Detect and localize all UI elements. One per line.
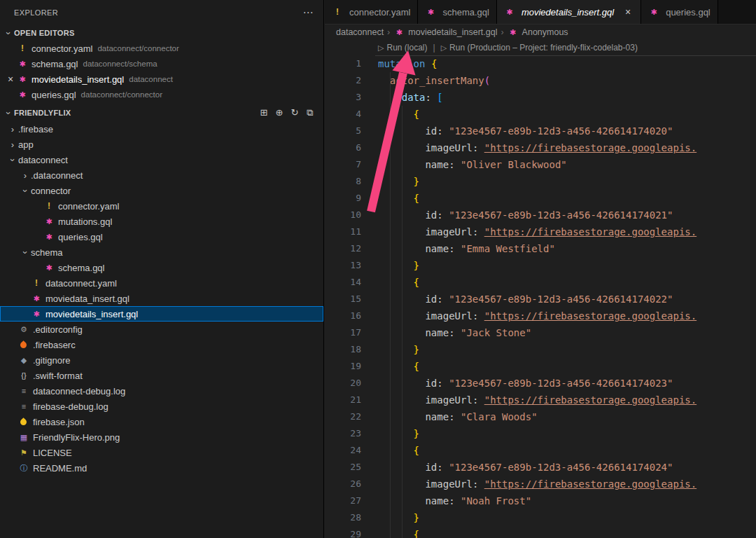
code-token: : [449, 495, 461, 506]
code-line-content: id: "123e4567-e89b-12d3-a456-42661417402… [361, 123, 673, 139]
more-actions-icon[interactable]: ⋯ [303, 6, 314, 19]
tree-item-firebase.json[interactable]: firebase.json [0, 414, 323, 429]
code-line-content: imageUrl: "https://firebasestorage.googl… [361, 392, 696, 408]
tree-item-README.md[interactable]: ⓘREADME.md [0, 460, 323, 476]
code-token: : [472, 394, 484, 406]
tree-item-dataconnect[interactable]: ›dataconnect [0, 152, 323, 167]
code-token: : [472, 142, 484, 153]
breadcrumb-item-dataconnect[interactable]: dataconnect [336, 27, 384, 37]
breadcrumb-item-moviedetails_insert.gql[interactable]: ✱moviedetails_insert.gql [393, 27, 497, 38]
file-name: firebase-debug.log [33, 401, 108, 412]
line-number: 27 [325, 492, 361, 509]
code-editor[interactable]: 1mutation {2 actor_insertMany(3 data: [4… [325, 55, 756, 538]
graphql-icon: ✱ [43, 231, 55, 242]
indent-guide [390, 72, 391, 538]
tree-item-.firebase[interactable]: ›.firebase [0, 121, 323, 137]
code-token: { [414, 529, 419, 538]
tab-queries.gql[interactable]: ✱queries.gql [641, 0, 718, 24]
code-token [378, 428, 414, 439]
tree-item-moviedetails_insert.gql[interactable]: ✱moviedetails_insert.gql [0, 306, 323, 322]
vscode-window: EXPLORER ⋯ › OPEN EDITORS !connector.yam… [0, 0, 756, 538]
tree-item-.firebaserc[interactable]: .firebaserc [0, 337, 323, 352]
tree-item-LICENSE[interactable]: ⚑LICENSE [0, 445, 323, 460]
collapse-folders-icon[interactable]: ⧉ [304, 107, 316, 118]
new-folder-icon[interactable]: ⊕ [273, 107, 286, 118]
code-token: [ [437, 92, 442, 103]
tree-item-moviedata_insert.gql[interactable]: ✱moviedata_insert.gql [0, 291, 323, 306]
file-name: .gitignore [33, 355, 70, 366]
info-icon: ⓘ [18, 462, 29, 474]
line-number: 23 [325, 425, 361, 442]
code-token: "123e4567-e89b-12d3-a456-426614174023" [449, 378, 673, 389]
line-number: 5 [325, 123, 361, 139]
file-tree: ›.firebase›app›dataconnect›.dataconnect›… [0, 121, 323, 476]
tab-moviedetails_insert.gql[interactable]: ✱moviedetails_insert.gql× [497, 0, 641, 24]
tree-item-.editorconfig[interactable]: ⚙.editorconfig [0, 322, 323, 337]
tree-item-mutations.gql[interactable]: ✱mutations.gql [0, 214, 323, 229]
explorer-header: EXPLORER ⋯ [0, 0, 323, 25]
open-editor-item-queries.gql[interactable]: ✱queries.gqldataconnect/connector [0, 87, 323, 102]
close-icon[interactable]: × [622, 6, 634, 18]
line-number: 7 [325, 156, 361, 173]
file-name: firebase.json [33, 417, 85, 427]
file-name: .dataconnect [31, 170, 83, 181]
open-editor-item-schema.gql[interactable]: ✱schema.gqldataconnect/schema [0, 56, 323, 71]
folder-root-header[interactable]: › FRIENDLYFLIX ⊞ ⊕ ↻ ⧉ [0, 105, 323, 120]
tree-item-schema[interactable]: ›schema [0, 244, 323, 260]
tree-item-FriendlyFlix-Hero.png[interactable]: ▦FriendlyFlix-Hero.png [0, 429, 323, 445]
tree-item-dataconnect-debug.log[interactable]: ≡dataconnect-debug.log [0, 383, 323, 399]
code-line[interactable]: 1mutation { [325, 55, 756, 72]
new-file-icon[interactable]: ⊞ [258, 107, 270, 118]
code-line-content: name: "Jack Stone" [361, 324, 531, 341]
code-token [378, 529, 414, 538]
open-editors-header[interactable]: › OPEN EDITORS [0, 25, 323, 41]
code-line-content: data: [ [361, 89, 443, 106]
line-number: 15 [325, 291, 361, 308]
code-token: "https://firebasestorage.googleapis. [484, 394, 696, 406]
code-token: imageUrl [425, 394, 472, 406]
code-line-content: imageUrl: "https://firebasestorage.googl… [361, 223, 696, 240]
tree-item-.swift-format[interactable]: {}.swift-format [0, 368, 323, 383]
tree-item-schema.gql[interactable]: ✱schema.gql [0, 260, 323, 275]
image-icon: ▦ [18, 432, 29, 443]
open-editor-item-moviedetails_insert.gql[interactable]: ×✱moviedetails_insert.gqldataconnect [0, 71, 323, 87]
refresh-explorer-icon[interactable]: ↻ [288, 107, 301, 118]
chevron-down-icon: › [20, 185, 31, 196]
code-token: "123e4567-e89b-12d3-a456-426614174024" [449, 462, 673, 473]
code-token: { [414, 361, 419, 372]
yaml-alert-icon: ! [43, 200, 55, 212]
tree-item-dataconnect.yaml[interactable]: !dataconnect.yaml [0, 275, 323, 291]
run-production-button[interactable]: ▷ Run (Production – Project: friendly-fl… [441, 43, 638, 53]
line-number: 26 [325, 476, 361, 492]
file-name: mutations.gql [58, 216, 112, 227]
line-number: 11 [325, 223, 361, 240]
tree-item-.gitignore[interactable]: ◆.gitignore [0, 352, 323, 368]
code-token: : [449, 327, 461, 338]
tree-item-connector[interactable]: ›connector [0, 183, 323, 198]
line-number: 28 [325, 509, 361, 526]
tree-item-firebase-debug.log[interactable]: ≡firebase-debug.log [0, 399, 323, 414]
tab-schema.gql[interactable]: ✱schema.gql [418, 0, 496, 24]
breadcrumb-item-Anonymous[interactable]: ✱Anonymous [507, 27, 568, 38]
yaml-alert-icon: ! [332, 6, 343, 18]
file-name: moviedetails_insert.gql [31, 74, 124, 85]
open-editor-item-connector.yaml[interactable]: !connector.yamldataconnect/connector [0, 41, 323, 56]
code-token: imageUrl [425, 226, 472, 237]
code-token: mutation [378, 58, 425, 69]
tree-item-queries.gql[interactable]: ✱queries.gql [0, 229, 323, 244]
tab-connector.yaml[interactable]: !connector.yaml [325, 0, 418, 24]
run-local-button[interactable]: ▷ Run (local) [378, 43, 428, 53]
code-token: : [449, 243, 461, 254]
tree-item-connector.yaml[interactable]: !connector.yaml [0, 198, 323, 214]
code-token [378, 109, 414, 120]
code-token: "https://firebasestorage.googleapis. [484, 310, 696, 322]
code-line-content: id: "123e4567-e89b-12d3-a456-42661417402… [361, 207, 673, 223]
tree-item-app[interactable]: ›app [0, 137, 323, 152]
file-name: dataconnect [18, 155, 68, 165]
code-token: name [425, 243, 449, 254]
close-icon[interactable]: × [4, 74, 17, 85]
breadcrumb-label: Anonymous [522, 27, 568, 37]
code-token: id [425, 125, 437, 137]
tree-item-.dataconnect[interactable]: ›.dataconnect [0, 167, 323, 183]
code-token: "https://firebasestorage.googleapis. [484, 478, 696, 490]
